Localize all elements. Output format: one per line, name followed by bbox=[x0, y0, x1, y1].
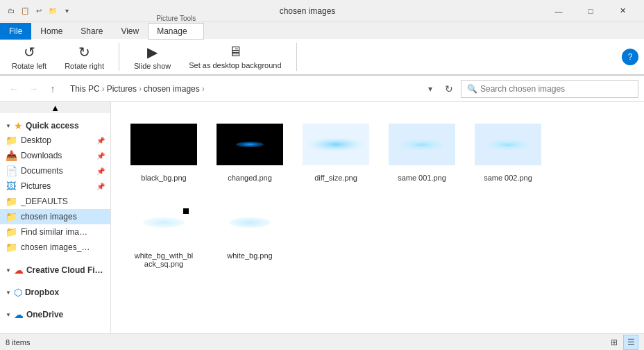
quick-access-title: Quick access bbox=[26, 121, 79, 131]
sidebar-item-documents[interactable]: 📄 Documents 📌 bbox=[0, 163, 110, 178]
sidebar-item-find-similar[interactable]: 📁 Find similar ima… bbox=[0, 224, 110, 240]
creative-cloud-icon: ☁ bbox=[14, 265, 24, 276]
file-item-black-bg[interactable]: black_bg.png bbox=[122, 113, 205, 188]
same001-thumbnail bbox=[389, 124, 455, 165]
rotate-left-icon: ↺ bbox=[24, 44, 35, 60]
file-item-same002[interactable]: same 002.png bbox=[466, 113, 550, 188]
file-item-diff-size[interactable]: diff_size.png bbox=[294, 113, 378, 188]
sidebar-item-desktop[interactable]: 📁 Desktop 📌 bbox=[0, 133, 110, 148]
tab-view[interactable]: View bbox=[112, 23, 148, 39]
breadcrumb-pictures[interactable]: Pictures bbox=[107, 84, 137, 94]
refresh-button[interactable]: ↻ bbox=[440, 80, 458, 98]
back-button[interactable]: ← bbox=[6, 81, 22, 97]
file-item-white-bg[interactable]: white_bg.png bbox=[208, 191, 291, 274]
maximize-button[interactable]: □ bbox=[575, 0, 607, 22]
file-name-black-bg: black_bg.png bbox=[141, 174, 186, 182]
rotate-left-button[interactable]: ↺ Rotate left bbox=[6, 40, 53, 74]
breadcrumb[interactable]: This PC › Pictures › chosen images › bbox=[64, 80, 421, 98]
tab-manage[interactable]: Manage bbox=[148, 23, 204, 40]
black-sq-indicator bbox=[183, 208, 189, 214]
dropbox-icon: ⬡ bbox=[14, 287, 22, 298]
white-bg-sq-glow bbox=[143, 217, 185, 228]
file-name-same001: same 001.png bbox=[398, 174, 446, 182]
file-item-white-bg-sq[interactable]: white_bg_with_black_sq.png bbox=[122, 191, 205, 274]
sidebar-item-downloads[interactable]: 📥 Downloads 📌 bbox=[0, 148, 110, 163]
file-name-white-bg: white_bg.png bbox=[227, 251, 272, 260]
view-grid-button[interactable]: ⊞ bbox=[607, 335, 622, 350]
sidebar-item-chosen-images-label: chosen images bbox=[21, 212, 105, 222]
breadcrumb-dropdown[interactable]: ▾ bbox=[423, 80, 437, 98]
undo-icon[interactable]: ↩ bbox=[33, 6, 44, 17]
tab-home[interactable]: Home bbox=[31, 23, 71, 39]
up-button[interactable]: ↑ bbox=[44, 81, 61, 97]
rotate-right-icon: ↻ bbox=[78, 44, 90, 60]
file-name-changed: changed.png bbox=[228, 174, 272, 182]
sidebar-item-defaults[interactable]: 📁 _DEFAULTS bbox=[0, 194, 110, 209]
forward-button[interactable]: → bbox=[25, 81, 42, 97]
sidebar-section-onedrive: ▼ ☁ OneDrive bbox=[0, 302, 110, 324]
sidebar-item-downloads-label: Downloads bbox=[21, 151, 91, 160]
minimize-button[interactable]: — bbox=[543, 0, 575, 22]
rotate-right-label: Rotate right bbox=[65, 62, 104, 70]
breadcrumb-chosen[interactable]: chosen images bbox=[144, 84, 200, 94]
breadcrumb-sep-2: › bbox=[139, 84, 142, 94]
sidebar-scroll-up[interactable]: ▲ bbox=[0, 102, 110, 113]
breadcrumb-sep-1: › bbox=[102, 84, 105, 94]
file-item-changed[interactable]: changed.png bbox=[208, 113, 291, 188]
file-thumb-white-bg bbox=[217, 197, 283, 247]
main-area: ▲ ▼ ★ Quick access 📁 Desktop 📌 📥 Downloa… bbox=[0, 102, 644, 333]
slideshow-icon: ▶ bbox=[147, 44, 158, 60]
status-item-count: 8 items bbox=[6, 338, 601, 347]
separator-2 bbox=[296, 43, 297, 71]
title-bar: 🗀 📋 ↩ 📁 ▾ chosen images — □ ✕ bbox=[0, 0, 644, 22]
close-button[interactable]: ✕ bbox=[607, 0, 638, 22]
setdesktop-button[interactable]: 🖥 Set as desktop background bbox=[183, 40, 287, 73]
window-icon: 🗀 bbox=[6, 6, 17, 17]
quick-access-icon: 📋 bbox=[19, 6, 31, 17]
sidebar-item-chosen-images2[interactable]: 📁 chosen images_… bbox=[0, 240, 110, 255]
quick-access-header[interactable]: ▼ ★ Quick access bbox=[0, 116, 110, 133]
sidebar-item-chosen-images[interactable]: 📁 chosen images bbox=[0, 209, 110, 224]
search-input[interactable] bbox=[480, 84, 632, 94]
creative-cloud-collapse-icon: ▼ bbox=[6, 267, 11, 274]
dropbox-header[interactable]: ▼ ⬡ Dropbox bbox=[0, 283, 110, 299]
this-pc-header[interactable]: ▼ 💻 This PC bbox=[0, 327, 110, 333]
pictures-folder-icon: 🖼 bbox=[6, 181, 17, 192]
view-list-button[interactable]: ☰ bbox=[623, 335, 638, 350]
rotate-right-button[interactable]: ↻ Rotate right bbox=[58, 40, 110, 74]
file-item-same001[interactable]: same 001.png bbox=[380, 113, 464, 188]
defaults-folder-icon: 📁 bbox=[6, 196, 17, 207]
tab-share[interactable]: Share bbox=[71, 23, 112, 39]
find-similar-folder-icon: 📁 bbox=[6, 226, 17, 238]
file-thumb-black-bg bbox=[130, 119, 197, 169]
sidebar-item-documents-label: Documents bbox=[21, 166, 91, 176]
status-bar: 8 items ⊞ ☰ bbox=[0, 333, 644, 350]
tab-file[interactable]: File bbox=[0, 23, 31, 40]
separator-1 bbox=[119, 43, 119, 71]
onedrive-icon: ☁ bbox=[14, 309, 24, 320]
setdesktop-label: Set as desktop background bbox=[189, 61, 281, 69]
desktop-pin-icon: 📌 bbox=[96, 137, 105, 144]
onedrive-title: OneDrive bbox=[26, 310, 63, 319]
help-button[interactable]: ? bbox=[622, 49, 638, 65]
creative-cloud-header[interactable]: ▼ ☁ Creative Cloud Fi… bbox=[0, 260, 110, 277]
ribbon-tabs: File Home Share View Picture Tools Manag… bbox=[0, 22, 644, 39]
dropdown-icon[interactable]: ▾ bbox=[61, 6, 72, 17]
sidebar-section-quick-access: ▼ ★ Quick access 📁 Desktop 📌 📥 Downloads… bbox=[0, 113, 110, 258]
same001-glow bbox=[401, 140, 443, 150]
slideshow-button[interactable]: ▶ Slide show bbox=[128, 40, 177, 74]
content-area: black_bg.png changed.png diff_size bbox=[111, 102, 644, 333]
setdesktop-icon: 🖥 bbox=[228, 44, 242, 60]
breadcrumb-thispc[interactable]: This PC bbox=[70, 84, 100, 94]
sidebar-section-this-pc: ▼ 💻 This PC bbox=[0, 324, 110, 333]
diff-size-glow bbox=[308, 138, 364, 151]
pictures-pin-icon: 📌 bbox=[96, 183, 105, 190]
breadcrumb-sep-3: › bbox=[202, 84, 205, 94]
onedrive-header[interactable]: ▼ ☁ OneDrive bbox=[0, 305, 110, 322]
file-thumb-same001 bbox=[389, 119, 455, 169]
search-box[interactable]: 🔍 bbox=[461, 80, 638, 98]
chosen-images-folder-icon: 📁 bbox=[6, 211, 17, 222]
onedrive-collapse-icon: ▼ bbox=[6, 312, 11, 318]
sidebar-item-pictures[interactable]: 🖼 Pictures 📌 bbox=[0, 178, 110, 194]
file-thumb-changed bbox=[217, 119, 283, 169]
